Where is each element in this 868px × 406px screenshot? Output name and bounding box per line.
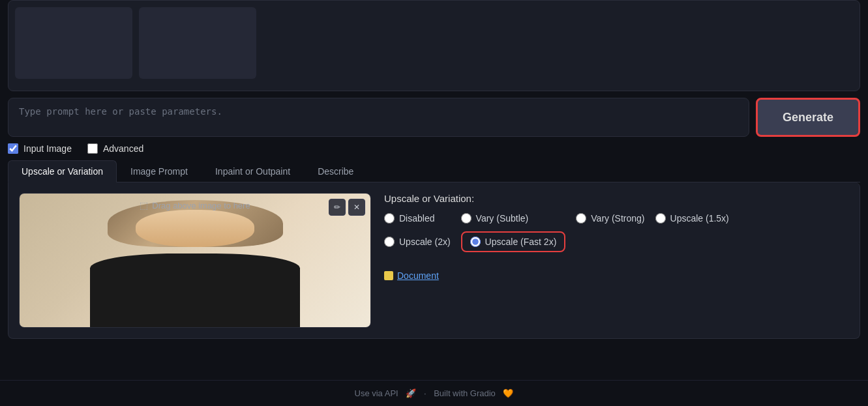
advanced-checkbox[interactable] (87, 143, 98, 154)
radio-grid: Disabled Vary (Subtle) Vary (Strong) (384, 213, 849, 252)
footer-separator: · (424, 388, 427, 398)
options-row: Input Image Advanced (8, 143, 860, 154)
tabs-container: Upscale or Variation Image Prompt Inpain… (8, 160, 860, 182)
tab-image-prompt[interactable]: Image Prompt (117, 160, 202, 182)
prompt-input[interactable] (8, 98, 749, 137)
input-image-checkbox-label[interactable]: Input Image (8, 143, 72, 154)
radio-vary-subtle[interactable]: Vary (Subtle) (461, 213, 566, 224)
close-image-button[interactable]: ✕ (348, 199, 365, 216)
upscale-options-panel: Upscale or Variation: Disabled Vary (Sub… (384, 193, 849, 328)
radio-upscale-fast-2x[interactable]: Upscale (Fast 2x) (461, 231, 566, 252)
built-icon: 🧡 (503, 388, 513, 398)
image-controls: ✏ ✕ (329, 199, 365, 216)
radio-upscale-1-5x-label: Upscale (1.5x) (670, 213, 729, 224)
preview-thumb-2 (139, 7, 256, 79)
preview-thumb-1 (15, 7, 132, 79)
radio-upscale-1-5x-input[interactable] (655, 213, 666, 224)
upload-hint-icon: ⬚ (140, 200, 148, 210)
radio-upscale-2x[interactable]: Upscale (2x) (384, 231, 451, 252)
radio-vary-strong-label: Vary (Strong) (591, 213, 644, 224)
document-link: Document (384, 270, 849, 281)
radio-disabled-input[interactable] (384, 213, 395, 224)
input-image-checkbox[interactable] (8, 143, 18, 154)
api-text: Use via API (355, 388, 398, 398)
document-icon (384, 271, 393, 280)
built-text: Built with Gradio (434, 388, 496, 398)
tab-upscale-variation[interactable]: Upscale or Variation (8, 160, 117, 182)
input-image-label: Input Image (23, 143, 72, 154)
advanced-checkbox-label[interactable]: Advanced (87, 143, 143, 154)
upload-hint-text: Drag above image to here (152, 201, 250, 210)
radio-vary-subtle-input[interactable] (461, 213, 471, 224)
radio-vary-strong[interactable]: Vary (Strong) (576, 213, 644, 224)
generate-button[interactable]: Generate (756, 98, 860, 137)
radio-upscale-2x-label: Upscale (2x) (399, 237, 451, 247)
radio-disabled[interactable]: Disabled (384, 213, 451, 224)
radio-upscale-2x-input[interactable] (384, 237, 395, 247)
radio-upscale-fast-2x-input[interactable] (470, 237, 481, 247)
radio-upscale-fast-2x-label: Upscale (Fast 2x) (485, 237, 557, 247)
footer: Use via API 🚀 · Built with Gradio 🧡 (0, 380, 868, 406)
tabs-section: Upscale or Variation Image Prompt Inpain… (8, 160, 860, 339)
person-image (20, 194, 370, 327)
api-icon: 🚀 (406, 388, 416, 398)
prompt-row: Generate (8, 98, 860, 137)
tab-inpaint-outpaint[interactable]: Inpaint or Outpaint (202, 160, 304, 182)
document-anchor[interactable]: Document (397, 270, 439, 281)
image-preview-area (8, 0, 860, 91)
tab-describe[interactable]: Describe (304, 160, 367, 182)
radio-upscale-1-5x[interactable]: Upscale (1.5x) (655, 213, 729, 224)
upload-hint: ⬚ Drag above image to here (20, 200, 370, 210)
advanced-label: Advanced (103, 143, 143, 154)
radio-vary-subtle-label: Vary (Subtle) (476, 213, 529, 224)
face-element (136, 210, 255, 247)
upscale-section-title: Upscale or Variation: (384, 193, 849, 204)
clothing-element (90, 254, 301, 327)
edit-image-button[interactable]: ✏ (329, 199, 346, 216)
radio-vary-strong-input[interactable] (576, 213, 586, 224)
upload-area[interactable]: ⬚ Drag above image to here ✏ ✕ (19, 193, 371, 328)
tab-panel-upscale: ⬚ Drag above image to here ✏ ✕ Upscale o… (8, 182, 860, 339)
radio-disabled-label: Disabled (399, 213, 434, 224)
